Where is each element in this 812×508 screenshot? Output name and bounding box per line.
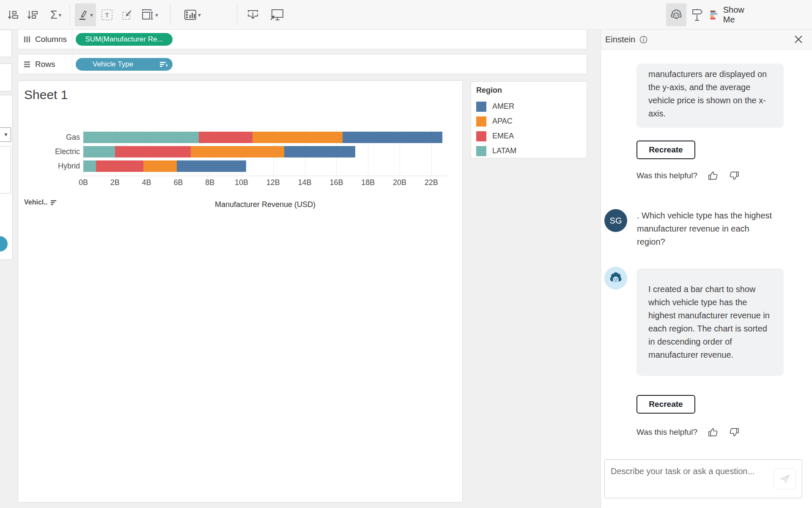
legend-item-apac[interactable]: APAC: [476, 114, 587, 129]
bar-segment-electric-emea[interactable]: [115, 146, 191, 157]
send-button[interactable]: [774, 468, 796, 489]
legend-swatch: [476, 116, 486, 127]
chat-input[interactable]: [611, 465, 759, 494]
bar-segment-gas-latam[interactable]: [83, 132, 199, 143]
sort-descending-icon: [51, 200, 58, 205]
x-axis-title: Manufacturer Revenue (USD): [83, 200, 447, 209]
fit-width-icon: [141, 9, 154, 21]
download-icon: [247, 9, 259, 21]
legend-items: AMERAPACEMEALATAM: [476, 99, 587, 158]
legend-title: Region: [476, 86, 587, 95]
bar-segment-electric-latam[interactable]: [83, 146, 115, 157]
sort-descending-icon: [160, 61, 167, 67]
toolbar: Σ ▾ ▾ T ▾: [0, 0, 812, 30]
einstein-avatar: [604, 267, 627, 290]
assistant-bubble: I created a bar chart to show which vehi…: [636, 268, 784, 376]
pill-vehicle-type[interactable]: Vehicle Type: [76, 58, 173, 71]
download-button[interactable]: [245, 3, 261, 26]
info-icon[interactable]: [639, 36, 647, 44]
thumbs-up-icon[interactable]: [708, 170, 719, 181]
sort-ascending-icon: [7, 9, 19, 21]
show-me-button[interactable]: Show Me: [709, 3, 755, 26]
left-rail-dropdown[interactable]: ▼: [0, 127, 11, 142]
category-label-gas: Gas: [18, 132, 80, 143]
recreate-button[interactable]: Recreate: [636, 395, 695, 414]
legend-item-latam[interactable]: LATAM: [476, 144, 587, 158]
text-label-button[interactable]: T: [100, 3, 114, 26]
rows-shelf[interactable]: Rows Vehicle Type: [18, 54, 587, 74]
x-axis-tick: 22B: [417, 178, 446, 187]
presentation-mode-button[interactable]: [268, 3, 285, 26]
left-rail-subcard: [0, 146, 11, 193]
bar-segment-electric-apac[interactable]: [191, 146, 284, 157]
x-axis-tick: 10B: [227, 178, 256, 187]
thumbs-down-icon[interactable]: [729, 427, 740, 438]
user-initials: SG: [610, 216, 622, 226]
show-me-bar-4: [710, 17, 716, 19]
annotation-pen-icon: [121, 9, 133, 21]
bar-segment-hybrid-apac[interactable]: [143, 160, 177, 172]
bar-segment-gas-apac[interactable]: [252, 132, 343, 143]
columns-shelf[interactable]: Columns SUM(Manufacturer Re...: [18, 29, 587, 49]
x-axis-tick: 2B: [100, 178, 130, 187]
close-icon[interactable]: [793, 34, 804, 44]
annotation-button[interactable]: [120, 3, 134, 26]
bar-segment-gas-emea[interactable]: [199, 132, 252, 143]
left-rail-card: [0, 30, 12, 57]
x-axis-tick: 16B: [321, 178, 351, 187]
guidepost-button[interactable]: [689, 3, 705, 26]
einstein-toolbar-button[interactable]: [666, 3, 686, 26]
totals-button[interactable]: Σ ▾: [46, 3, 66, 26]
einstein-icon: [609, 271, 623, 285]
feedback-row: Was this helpful?: [636, 170, 740, 181]
legend-swatch: [476, 146, 486, 156]
assistant-message-text: manufacturers are displayed on the y-axi…: [648, 69, 767, 118]
fit-size-button[interactable]: ▾: [139, 3, 161, 26]
x-axis-tick: 0B: [69, 178, 98, 187]
bar-segment-hybrid-latam[interactable]: [83, 160, 96, 172]
show-me-label: Show Me: [723, 5, 755, 25]
category-label-hybrid: Hybrid: [18, 160, 80, 172]
chevron-down-icon: ▾: [198, 12, 201, 18]
pill-label: SUM(Manufacturer Re...: [85, 35, 163, 44]
legend-item-amer[interactable]: AMER: [476, 99, 587, 114]
sort-descending-button[interactable]: [25, 3, 39, 26]
columns-shelf-label: Columns: [35, 35, 67, 44]
left-rail-teal-dot: [0, 236, 8, 251]
toolbar-divider: [237, 4, 237, 25]
bar-segment-electric-amer[interactable]: [284, 146, 355, 157]
row-field-label: Vehicl..: [24, 199, 47, 206]
bar-segment-hybrid-emea[interactable]: [96, 160, 143, 172]
legend-item-emea[interactable]: EMEA: [476, 129, 587, 144]
chevron-down-icon: ▾: [155, 12, 158, 18]
x-axis-line: [83, 176, 447, 176]
highlight-button[interactable]: ▾: [75, 3, 96, 26]
x-axis-tick: 20B: [385, 178, 414, 187]
x-axis-tick: 8B: [195, 178, 225, 187]
legend-card: Region AMERAPACEMEALATAM: [471, 81, 587, 158]
einstein-panel: Einstein manufacturers are displayed on …: [601, 30, 812, 508]
toolbar-divider: [70, 4, 70, 25]
show-me-bar-1: [710, 11, 716, 13]
thumbs-up-icon[interactable]: [708, 427, 719, 438]
recreate-button[interactable]: Recreate: [636, 141, 695, 159]
show-hide-cards-button[interactable]: ▾: [181, 3, 204, 26]
thumbs-down-icon[interactable]: [729, 170, 740, 181]
sigma-icon: Σ: [50, 8, 58, 22]
bar-row-hybrid: [83, 160, 246, 172]
sort-ascending-button[interactable]: [6, 3, 19, 26]
chevron-down-icon: ▾: [90, 12, 93, 18]
pill-sum-manufacturer-revenue[interactable]: SUM(Manufacturer Re...: [76, 33, 173, 46]
bar-segment-hybrid-amer[interactable]: [177, 160, 247, 172]
chevron-down-icon: ▾: [59, 12, 62, 18]
rows-shelf-label-cell: Rows: [18, 55, 72, 74]
show-me-icon: [709, 9, 719, 20]
columns-shelf-label-cell: Columns: [18, 30, 72, 49]
feedback-row: Was this helpful?: [636, 427, 740, 438]
x-axis-tick: 12B: [258, 178, 288, 187]
assistant-message-text: I created a bar chart to show which vehi…: [648, 284, 770, 359]
bar-segment-gas-amer[interactable]: [343, 132, 442, 143]
left-rail-card: [0, 64, 12, 91]
row-field-header[interactable]: Vehicl..: [24, 199, 58, 206]
pill-label: Vehicle Type: [93, 60, 133, 69]
